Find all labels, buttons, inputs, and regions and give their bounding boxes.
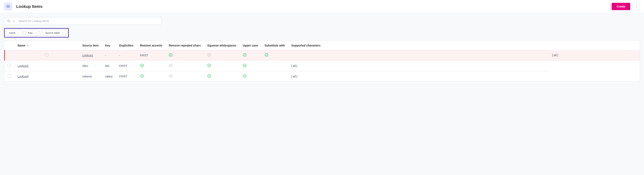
check-circle-icon <box>140 63 144 67</box>
search-icon <box>7 19 10 23</box>
header-key[interactable]: Key <box>102 41 116 50</box>
svg-point-13 <box>140 75 144 78</box>
search-options-toggle[interactable] <box>12 19 15 23</box>
header-source-item[interactable]: Source item <box>79 41 102 50</box>
header-supported-chars[interactable]: Supported characters <box>288 41 549 50</box>
cell-duplicities: FIRST <box>116 71 137 82</box>
filter-chip-key[interactable]: Key <box>25 30 40 36</box>
filter-row: name Key Source table <box>4 28 69 38</box>
menu-icon <box>6 4 10 8</box>
cell-source-item: titles <box>79 61 102 71</box>
name-link[interactable]: Lookup1 <box>82 54 93 57</box>
svg-point-9 <box>140 64 144 67</box>
svg-point-15 <box>208 75 211 78</box>
header-squeeze-ws[interactable]: Squeeze whitespaces <box>204 41 240 50</box>
svg-point-11 <box>208 64 211 67</box>
content: name Key Source table Name <box>0 13 644 86</box>
search-box[interactable] <box>4 17 162 25</box>
cell-duplicities: FIRST <box>137 50 166 61</box>
check-circle-icon <box>264 53 268 57</box>
name-link[interactable]: Lookup4 <box>18 75 28 78</box>
cell-remove-accents <box>137 61 166 71</box>
cell-source-item: - <box>102 50 116 61</box>
table-row[interactable]: Lookup2titlestitleFIRST[:all:] <box>4 61 640 71</box>
cell-squeeze-ws <box>204 71 240 82</box>
header-remove-accents[interactable]: Remove accents <box>137 41 166 50</box>
filter-label: Source table <box>45 31 60 34</box>
filter-chip-name[interactable]: name <box>6 30 23 36</box>
row-checkbox[interactable] <box>8 64 11 67</box>
svg-point-7 <box>243 54 246 57</box>
header-substitute-with[interactable]: Substitute with <box>261 41 288 50</box>
cell-supported-chars: [:all:] <box>549 50 640 61</box>
row-checkbox[interactable] <box>45 53 48 57</box>
check-circle-icon <box>207 74 211 78</box>
cell-key: title <box>102 61 116 71</box>
name-link[interactable]: Lookup2 <box>18 64 28 67</box>
create-button[interactable]: Create <box>612 3 630 10</box>
header-checkbox[interactable] <box>4 41 14 50</box>
cell-remove-repeated <box>166 71 204 82</box>
chevron-down-icon <box>17 32 20 34</box>
table: Name Source item Key Duplicities Remove … <box>4 41 640 82</box>
svg-point-1 <box>636 6 636 7</box>
check-circle-icon <box>140 74 144 78</box>
cell-source-item: salaries <box>79 71 102 82</box>
table-header-row: Name Source item Key Duplicities Remove … <box>4 41 640 50</box>
cell-name: Lookup2 <box>14 61 79 71</box>
check-circle-icon <box>169 53 173 57</box>
header-upper-case[interactable]: Upper case <box>240 41 261 50</box>
header-name[interactable]: Name <box>14 41 79 50</box>
cell-upper-case <box>240 61 261 71</box>
filter-label: name <box>9 31 16 34</box>
cell-substitute-with <box>261 71 288 82</box>
x-circle-icon <box>169 63 173 67</box>
cell-upper-case <box>240 71 261 82</box>
header-duplicities[interactable]: Duplicities <box>116 41 137 50</box>
svg-point-5 <box>169 54 172 57</box>
cell-key: salary <box>102 71 116 82</box>
search-input[interactable] <box>18 19 159 23</box>
cell-remove-accents <box>137 71 166 82</box>
svg-point-8 <box>265 54 268 57</box>
filter-label: Key <box>28 31 32 34</box>
cell-squeeze-ws <box>204 61 240 71</box>
cell-key: - <box>116 50 137 61</box>
cell-remove-repeated <box>166 61 204 71</box>
x-circle-icon <box>207 53 211 57</box>
chevron-down-icon <box>12 19 15 23</box>
more-button[interactable] <box>633 3 640 10</box>
cell-upper-case <box>261 50 288 61</box>
row-checkbox-cell <box>14 50 79 61</box>
svg-point-2 <box>636 7 636 7</box>
chevron-down-icon <box>62 32 64 34</box>
more-vertical-icon <box>635 5 638 8</box>
svg-line-4 <box>9 21 10 22</box>
filter-chip-source-table[interactable]: Source table <box>42 30 67 36</box>
svg-point-3 <box>8 20 9 22</box>
table-row[interactable]: Lookup1--FIRST[:all:] <box>4 50 640 61</box>
cell-supported-chars: [:all:] <box>288 71 549 82</box>
cell-duplicities: FIRST <box>116 61 137 71</box>
svg-point-16 <box>243 75 246 78</box>
row-checkbox-cell <box>4 61 14 71</box>
cell-squeeze-ws <box>240 50 261 61</box>
sort-icon <box>27 44 28 47</box>
check-circle-icon <box>207 63 211 67</box>
svg-point-12 <box>243 64 246 67</box>
cell-substitute-with <box>288 50 549 61</box>
cell-name: Lookup4 <box>14 71 79 82</box>
cell-name: Lookup1 <box>79 50 102 61</box>
check-circle-icon <box>243 74 247 78</box>
page-title: Lookup Items <box>16 4 612 9</box>
cell-remove-repeated <box>204 50 240 61</box>
menu-button[interactable] <box>4 2 12 10</box>
check-circle-icon <box>243 63 247 67</box>
svg-point-0 <box>636 5 636 6</box>
row-checkbox-cell <box>4 71 14 82</box>
row-checkbox[interactable] <box>8 74 11 78</box>
check-circle-icon <box>243 53 247 57</box>
header-remove-repeated[interactable]: Remove repeated chars <box>166 41 204 50</box>
table-row[interactable]: Lookup4salariessalaryFIRST[:all:] <box>4 71 640 82</box>
cell-remove-accents <box>166 50 204 61</box>
